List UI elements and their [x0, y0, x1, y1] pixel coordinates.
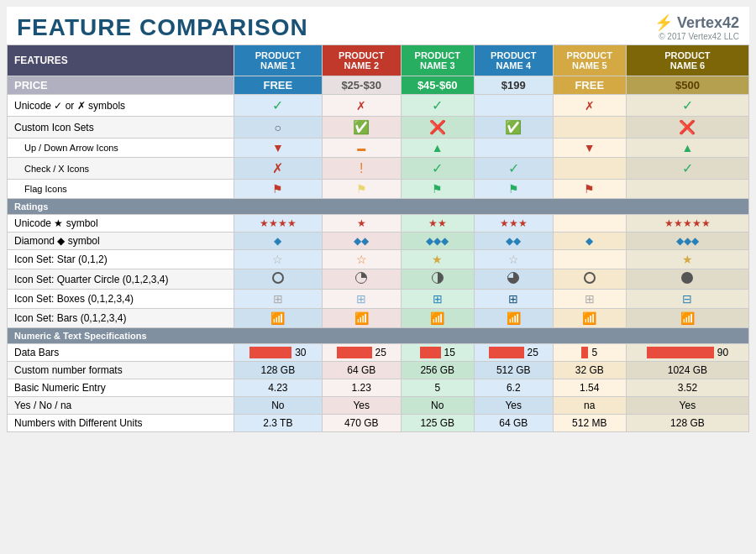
bar-value: 15	[444, 347, 455, 358]
price-p1: FREE	[234, 76, 322, 95]
checkx-row: Check / X Icons ✗ ! ✓ ✓ ✓	[8, 158, 749, 180]
quarter-circle-icon	[355, 272, 367, 284]
cn-p5: 32 GB	[553, 362, 626, 379]
us-p4: ★★★	[474, 215, 553, 233]
cross-icon: ✗	[356, 99, 366, 112]
du-p3: 125 GB	[401, 415, 474, 432]
ci-p4: ✅	[474, 117, 553, 138]
bar-value: 25	[375, 347, 386, 358]
du-p6: 128 GB	[626, 415, 748, 432]
comparison-table: FEATURES PRODUCTNAME 1 PRODUCTNAME 2 PRO…	[7, 44, 749, 432]
main-container: FEATURE COMPARISON ⚡ Vertex42 © 2017 Ver…	[7, 7, 749, 432]
product2-header: PRODUCTNAME 2	[322, 45, 401, 76]
diamond-label: Diamond ◆ symbol	[8, 233, 234, 250]
custom-num-label: Custom number formats	[8, 362, 234, 379]
bars-label: Icon Set: Bars (0,1,2,3,4)	[8, 309, 234, 328]
br-p4: 📶	[474, 309, 553, 328]
bar-cell-2: 25	[326, 347, 397, 358]
diff-units-label: Numbers with Different Units	[8, 415, 234, 432]
flag-row: Flag Icons ⚑ ⚑ ⚑ ⚑ ⚑	[8, 180, 749, 199]
column-headers: FEATURES PRODUCTNAME 1 PRODUCTNAME 2 PRO…	[8, 45, 749, 76]
fl-p6	[626, 180, 748, 199]
numeric-label: Numeric & Text Specifications	[8, 328, 749, 344]
bar-icon	[420, 347, 441, 358]
cx-p6: ✓	[626, 158, 748, 180]
circle-empty-icon	[584, 272, 596, 284]
yes-no-label: Yes / No / na	[8, 397, 234, 415]
x-icon: ✗	[272, 161, 283, 175]
ud-p1: ▼	[234, 138, 322, 158]
stars-icon: ★★	[428, 217, 447, 229]
diamond-row: Diamond ◆ symbol ◆ ◆◆ ◆◆◆ ◆◆ ◆ ◆◆◆	[8, 233, 749, 250]
diamonds-icon: ◆◆◆	[676, 235, 699, 247]
logo-text: ⚡ Vertex42	[654, 13, 739, 32]
diamonds-icon: ◆◆	[354, 235, 369, 247]
qc-p2	[322, 269, 401, 290]
icon-star-label: Icon Set: Star (0,1,2)	[8, 250, 234, 269]
diamonds-icon: ◆◆	[506, 235, 521, 247]
ud-p2: ▬	[322, 138, 401, 158]
flag-icon: ⚑	[508, 182, 519, 196]
unicode-check-row: Unicode ✓ or ✗ symbols ✓ ✗ ✓ ✗ ✓	[8, 95, 749, 117]
ud-p5: ▼	[553, 138, 626, 158]
bar-cell-1: 30	[238, 347, 318, 358]
db-p1: 30	[234, 344, 322, 362]
is-p1: ☆	[234, 250, 322, 269]
price-p5: FREE	[553, 76, 626, 95]
br-p5: 📶	[553, 309, 626, 328]
price-p3: $45-$60	[401, 76, 474, 95]
bar-cell-4: 25	[478, 347, 549, 358]
bars-0-icon: 📶	[270, 311, 285, 325]
logo-sub: © 2017 Vertex42 LLC	[654, 32, 739, 41]
price-label: PRICE	[8, 76, 234, 95]
bx-p6: ⊟	[626, 290, 748, 309]
ci-p5	[553, 117, 626, 138]
boxes-1-icon: ⊞	[356, 292, 366, 306]
ci-p3: ❌	[401, 117, 474, 138]
down-arrow-icon: ▼	[272, 141, 284, 154]
check-circle-icon: ✅	[353, 120, 370, 134]
us-p2: ★	[322, 215, 401, 233]
di-p5: ◆	[553, 233, 626, 250]
product4-header: PRODUCTNAME 4	[474, 45, 553, 76]
uc-p3: ✓	[401, 95, 474, 117]
check-icon: ✓	[682, 98, 693, 112]
fl-p3: ⚑	[401, 180, 474, 199]
product5-header: PRODUCTNAME 5	[553, 45, 626, 76]
up-arrow-icon: ▲	[681, 141, 693, 154]
unicode-star-label: Unicode ★ symbol	[8, 215, 234, 233]
page-title: FEATURE COMPARISON	[17, 14, 308, 41]
qc-p1	[234, 269, 322, 290]
price-p6: $500	[626, 76, 748, 95]
logo-name: Vertex42	[677, 14, 739, 31]
uc-p1: ✓	[234, 95, 322, 117]
bar-cell-3: 15	[405, 347, 470, 358]
boxes-3-icon: ⊞	[508, 292, 518, 306]
cx-p3: ✓	[401, 158, 474, 180]
bn-p1: 4.23	[234, 379, 322, 397]
fl-p5: ⚑	[553, 180, 626, 199]
three-quarter-circle-icon	[507, 272, 519, 284]
bar-cell-6: 90	[630, 347, 745, 358]
boxes-label: Icon Set: Boxes (0,1,2,3,4)	[8, 290, 234, 309]
us-p5	[553, 215, 626, 233]
features-header: FEATURES	[8, 45, 234, 76]
half-circle-icon	[432, 272, 444, 284]
check-icon: ✓	[508, 161, 519, 175]
bx-p2: ⊞	[322, 290, 401, 309]
diamond-icon: ◆	[274, 235, 281, 247]
stars-icon: ★	[357, 217, 366, 229]
cn-p2: 64 GB	[322, 362, 401, 379]
is-p2: ☆	[322, 250, 401, 269]
check-circle-icon: ✅	[505, 120, 522, 134]
flag-label: Flag Icons	[8, 180, 234, 199]
us-p6: ★★★★★	[626, 215, 748, 233]
bars-0-icon: 📶	[582, 311, 596, 325]
bx-p4: ⊞	[474, 290, 553, 309]
yn-p2: Yes	[322, 397, 401, 415]
boxes-0-icon: ⊞	[585, 292, 595, 306]
is-p4: ☆	[474, 250, 553, 269]
circle-empty-icon: ○	[275, 121, 281, 134]
circle-empty-icon	[272, 272, 284, 284]
flag-icon: ⚑	[356, 182, 367, 196]
